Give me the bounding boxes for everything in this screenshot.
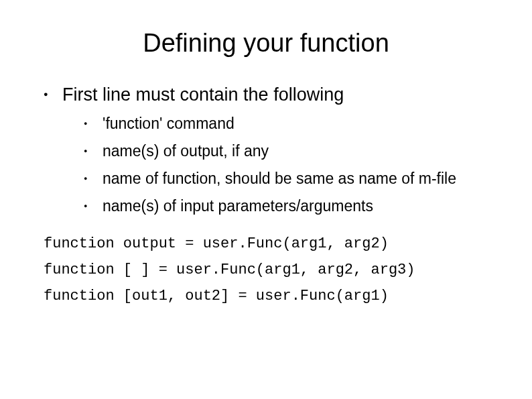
sub-bullet-item: name of function, should be same as name… [84, 170, 502, 188]
main-bullet-text: First line must contain the following [62, 84, 344, 105]
sub-bullet-text: name(s) of output, if any [103, 142, 269, 160]
sub-bullet-text: name(s) of input parameters/arguments [103, 197, 373, 215]
code-line: function [ ] = user.Func(arg1, arg2, arg… [44, 262, 502, 278]
sub-bullet-text: 'function' command [103, 115, 235, 132]
code-examples: function output = user.Func(arg1, arg2) … [30, 235, 502, 304]
code-line: function [out1, out2] = user.Func(arg1) [44, 288, 502, 304]
slide-title: Defining your function [30, 29, 502, 58]
code-line: function output = user.Func(arg1, arg2) [44, 235, 502, 252]
sub-bullet-item: name(s) of input parameters/arguments [84, 197, 502, 215]
sub-list: 'function' command name(s) of output, if… [62, 115, 502, 215]
main-list: First line must contain the following 'f… [30, 84, 502, 215]
sub-bullet-item: 'function' command [84, 115, 502, 133]
sub-bullet-item: name(s) of output, if any [84, 142, 502, 160]
main-bullet-item: First line must contain the following 'f… [44, 84, 502, 215]
sub-bullet-text: name of function, should be same as name… [103, 170, 456, 187]
